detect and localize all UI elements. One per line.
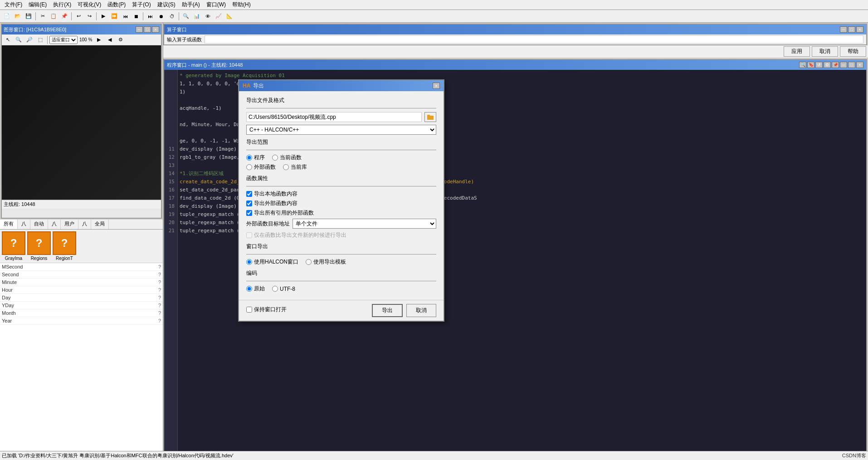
cb-newer-only-input[interactable] [246, 232, 252, 238]
graph-zoom-out-btn[interactable]: 🔎 [24, 35, 34, 45]
time-btn[interactable]: ⏱ [167, 11, 177, 21]
radio-export-template-input[interactable] [306, 259, 312, 265]
measure-btn[interactable]: 📐 [224, 11, 234, 21]
step-btn[interactable]: ⏩ [109, 11, 119, 21]
radio-halcon-window-input[interactable] [246, 259, 252, 265]
graph-zoom-in-btn[interactable]: 🔍 [14, 35, 24, 45]
var-row-hour[interactable]: Hour ? [0, 286, 163, 294]
radio-program[interactable]: 程序 [246, 154, 265, 161]
code-close-btn[interactable]: × [856, 62, 863, 68]
var-tab-auto[interactable]: 自动 [30, 220, 48, 229]
graph-zoom-plus-btn[interactable]: ▶ [94, 35, 104, 45]
graph-zoom-minus-btn[interactable]: ◀ [105, 35, 115, 45]
paste-btn[interactable]: 📌 [59, 11, 69, 21]
graph-settings-btn[interactable]: ⚙ [116, 35, 126, 45]
dialog-close-btn[interactable]: × [433, 83, 440, 89]
code-bookmark-btn[interactable]: 🔖 [807, 62, 814, 68]
ext-target-select[interactable]: 单个文件 多个文件 [293, 219, 436, 229]
calc-close-btn[interactable]: × [856, 26, 863, 33]
var-icon-regions[interactable]: ? Regions [27, 231, 51, 261]
graph-pointer-btn[interactable]: ↖ [3, 35, 13, 45]
save-btn[interactable]: 💾 [24, 11, 34, 21]
calc-maximize-btn[interactable]: □ [848, 26, 855, 33]
calc-input-field[interactable] [205, 35, 863, 44]
view-btn[interactable]: 👁 [203, 11, 213, 21]
cb-local-func[interactable]: 导出本地函数内容 [246, 190, 436, 198]
var-row-day[interactable]: Day ? [0, 294, 163, 302]
radio-utf8[interactable]: UTF-8 [272, 286, 295, 292]
calc-minimize-btn[interactable]: ─ [840, 26, 847, 33]
var-row-minute[interactable]: Minute ? [0, 279, 163, 286]
var-icon-grayima-box[interactable]: ? [2, 231, 25, 255]
radio-current-func-input[interactable] [272, 155, 278, 161]
stop-btn[interactable]: ⏹ [131, 11, 141, 21]
help-button[interactable]: 帮助 [840, 46, 866, 57]
var-row-year[interactable]: Year ? [0, 317, 163, 325]
rec-btn[interactable]: ⏺ [156, 11, 166, 21]
folder-browse-btn[interactable] [424, 112, 436, 122]
run-btn[interactable]: ▶ [98, 11, 108, 21]
radio-current-func[interactable]: 当前函数 [272, 154, 302, 161]
copy-btn[interactable]: 📋 [49, 11, 59, 21]
var-icon-regions-box[interactable]: ? [27, 231, 51, 255]
undo-btn[interactable]: ↩ [73, 11, 83, 21]
cb-all-ref-funcs[interactable]: 导出所有引用的外部函数 [246, 209, 436, 217]
code-search-btn[interactable]: 🔍 [799, 62, 806, 68]
radio-export-template[interactable]: 使用导出模板 [306, 258, 346, 266]
cb-newer-only[interactable]: 仅在函数比导出文件新的时候进行导出 [246, 231, 436, 239]
radio-original[interactable]: 原始 [246, 285, 265, 293]
open-btn[interactable]: 📂 [13, 11, 23, 21]
code-pin-btn[interactable]: 📌 [832, 62, 839, 68]
radio-ext-func-input[interactable] [246, 164, 252, 170]
var-row-month[interactable]: Month ? [0, 309, 163, 317]
menu-help[interactable]: 帮助(H) [229, 0, 254, 10]
redo-btn[interactable]: ↪ [84, 11, 94, 21]
graph-close-btn[interactable]: × [152, 26, 159, 33]
graph-minimize-btn[interactable]: ─ [136, 26, 143, 33]
cut-btn[interactable]: ✂ [38, 11, 48, 21]
file-path-input[interactable] [246, 112, 422, 122]
menu-assistant[interactable]: 助手(A) [179, 0, 203, 10]
graph-maximize-btn[interactable]: □ [144, 26, 151, 33]
menu-operator[interactable]: 算子(O) [129, 0, 153, 10]
radio-ext-func[interactable]: 外部函数 [246, 163, 276, 171]
keep-open-label[interactable]: 保持窗口打开 [246, 306, 287, 313]
menu-edit[interactable]: 编辑(E) [26, 0, 49, 10]
zoom-btn[interactable]: 🔍 [181, 11, 191, 21]
menu-suggest[interactable]: 建议(S) [155, 0, 178, 10]
cb-ext-func[interactable]: 导出外部函数内容 [246, 200, 436, 207]
cb-local-func-input[interactable] [246, 191, 252, 197]
code-settings-btn[interactable]: ⚙ [824, 62, 831, 68]
var-icon-regiont-box[interactable]: ? [53, 231, 76, 255]
var-icon-regiont[interactable]: ? RegionT [53, 231, 76, 261]
menu-function[interactable]: 函数(P) [105, 0, 128, 10]
var-row-second[interactable]: Second ? [0, 271, 163, 279]
var-row-msecond[interactable]: MSecond ? [0, 263, 163, 271]
cb-all-ref-funcs-input[interactable] [246, 210, 252, 216]
var-icon-grayima[interactable]: ? GrayIma [2, 231, 25, 261]
graph2-btn[interactable]: 📈 [214, 11, 224, 21]
code-refresh-btn[interactable]: ↺ [815, 62, 823, 68]
back-btn[interactable]: ⏮ [120, 11, 130, 21]
keep-open-checkbox[interactable] [246, 307, 252, 313]
apply-button[interactable]: 应用 [784, 46, 810, 57]
code-minimize-btn[interactable]: ─ [840, 62, 847, 68]
radio-halcon-window[interactable]: 使用HALCON窗口 [246, 258, 298, 266]
var-row-yday[interactable]: YDay ? [0, 302, 163, 309]
var-tab-all[interactable]: 所有 [0, 220, 18, 229]
format-select[interactable]: C++ - HALCON/C++ C - HALCON/C Python - H… [246, 125, 436, 135]
dialog-cancel-btn[interactable]: 取消 [406, 304, 436, 317]
var-tab-global[interactable]: 全局 [91, 220, 109, 229]
radio-current-lib-input[interactable] [283, 164, 289, 170]
radio-program-input[interactable] [246, 155, 252, 161]
menu-visual[interactable]: 可视化(V) [75, 0, 104, 10]
new-btn[interactable]: 📄 [2, 11, 12, 21]
graph-zoom-select-btn[interactable]: ⬚ [35, 35, 45, 45]
fast-btn[interactable]: ⏭ [145, 11, 155, 21]
var-tab-user[interactable]: 用户 [61, 220, 78, 229]
menu-window[interactable]: 窗口(W) [204, 0, 229, 10]
cb-ext-func-input[interactable] [246, 201, 252, 206]
radio-current-lib[interactable]: 当前库 [283, 163, 307, 171]
chart-btn[interactable]: 📊 [192, 11, 202, 21]
cancel-button-mid[interactable]: 取消 [812, 46, 838, 57]
